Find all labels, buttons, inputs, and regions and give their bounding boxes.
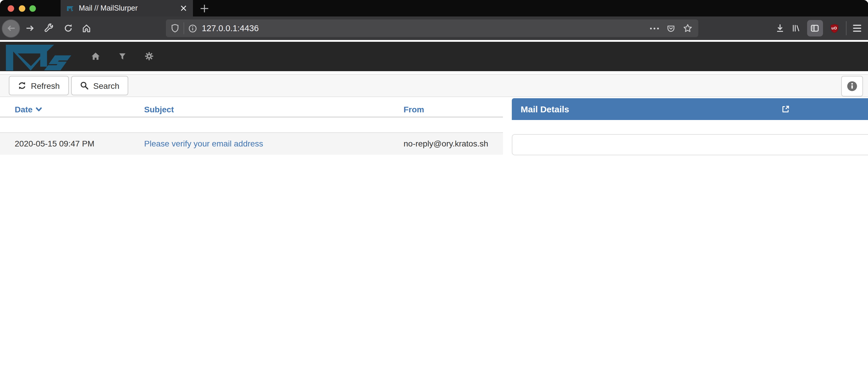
forward-button[interactable] (25, 24, 35, 33)
subject-header-label: Subject (144, 105, 174, 114)
bookmark-star-icon[interactable] (683, 24, 692, 33)
mail-row-date: 2020-05-15 09:47 PM (0, 139, 129, 149)
urlbar-divider (184, 22, 184, 34)
open-details-external-icon[interactable] (781, 105, 790, 114)
action-toolbar: Refresh Search (0, 74, 868, 97)
tab-close-icon[interactable] (179, 3, 188, 13)
home-button[interactable] (82, 24, 91, 33)
mail-list: Date Subject From 2020-05-15 09:47 PM Pl… (0, 102, 503, 154)
fullscreen-window-button[interactable] (29, 5, 36, 11)
mail-list-header: Date Subject From (0, 102, 503, 117)
mail-row[interactable]: 2020-05-15 09:47 PM Please verify your e… (0, 132, 503, 154)
refresh-button-label: Refresh (31, 81, 60, 90)
info-button[interactable] (841, 76, 863, 96)
mail-list-empty-row (0, 117, 503, 132)
search-button-label: Search (93, 81, 119, 90)
app-settings-gear-icon[interactable] (145, 52, 154, 61)
column-header-subject[interactable]: Subject (129, 105, 389, 114)
minimize-window-button[interactable] (19, 5, 25, 11)
pocket-icon[interactable] (666, 24, 675, 33)
wrench-icon[interactable] (44, 24, 54, 33)
reload-button[interactable] (64, 24, 73, 33)
column-header-from[interactable]: From (389, 105, 503, 114)
mail-row-from: no-reply@ory.kratos.sh (389, 139, 503, 149)
sort-desc-chevron-icon (36, 106, 43, 113)
toolbar-divider (846, 21, 846, 35)
toolbar-right-icons: uO (775, 17, 868, 40)
browser-window: Mail // MailSlurper (0, 0, 868, 390)
date-header-label: Date (15, 105, 33, 114)
tracking-shield-icon[interactable] (170, 24, 179, 33)
from-header-label: From (404, 105, 424, 114)
window-controls (8, 5, 36, 11)
browser-nav-toolbar: 127.0.0.1:4436 (0, 17, 868, 40)
mail-details-title: Mail Details (521, 104, 781, 114)
page-content: Refresh Search Date Subject Fr (0, 40, 868, 390)
browser-tab-bar: Mail // MailSlurper (0, 0, 868, 17)
url-bar[interactable]: 127.0.0.1:4436 (166, 20, 698, 37)
back-button[interactable] (2, 19, 20, 37)
new-tab-button[interactable] (196, 0, 212, 17)
browser-tab-mailslurper[interactable]: Mail // MailSlurper (61, 0, 193, 17)
url-text[interactable]: 127.0.0.1:4436 (202, 24, 650, 33)
site-info-icon[interactable] (188, 24, 197, 33)
menu-hamburger-icon[interactable] (853, 25, 861, 32)
tab-title: Mail // MailSlurper (79, 4, 175, 12)
ublock-label: uO (829, 26, 839, 30)
close-window-button[interactable] (8, 5, 14, 11)
mailslurper-favicon-icon (66, 4, 74, 12)
ublock-origin-icon[interactable]: uO (829, 23, 839, 33)
page-actions-icon[interactable] (650, 27, 659, 29)
mailslurper-navbar (0, 41, 868, 71)
library-icon[interactable] (791, 24, 800, 33)
search-button[interactable]: Search (71, 76, 128, 95)
mailslurper-logo[interactable] (6, 44, 72, 71)
mail-row-subject-link[interactable]: Please verify your email address (144, 139, 263, 149)
downloads-icon[interactable] (775, 24, 784, 33)
column-header-date[interactable]: Date (0, 105, 129, 114)
app-filter-icon[interactable] (118, 52, 126, 60)
mail-details-header: Mail Details (512, 98, 868, 120)
mail-details-empty-box (512, 134, 868, 155)
app-home-icon[interactable] (91, 52, 100, 61)
refresh-button[interactable]: Refresh (8, 76, 68, 95)
sidebar-toggle-button[interactable] (807, 20, 823, 36)
